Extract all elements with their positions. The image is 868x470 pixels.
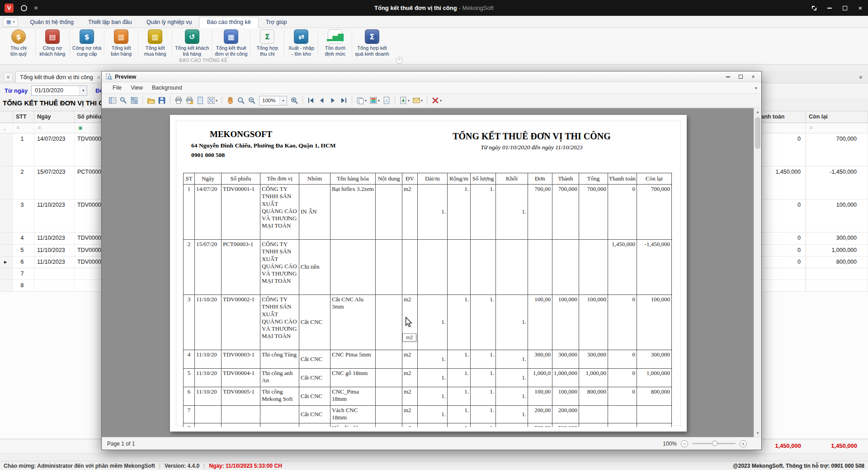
grid-row-right[interactable] [751,280,868,292]
app-logo-icon[interactable]: V [5,4,14,13]
grid-header-stt[interactable]: STT [13,111,34,123]
print-icon[interactable] [173,95,184,106]
fullscreen-button[interactable] [807,0,822,16]
close-preview-icon[interactable]: ▾ [430,95,443,106]
scale-dropdown-icon[interactable]: ▾ [216,99,217,103]
magnifier-icon[interactable] [236,95,246,106]
zoom-out-icon[interactable] [246,95,257,106]
watermark-icon[interactable]: A [381,95,392,106]
minimize-button[interactable] [822,0,837,16]
scrollbar-thumb[interactable] [755,117,760,149]
multiple-pages-icon[interactable]: ▾ [355,95,368,106]
report-cell-noidung [376,387,402,405]
zoom-slider[interactable] [692,443,736,444]
report-column-header: Thành [552,173,579,184]
page-setup-icon[interactable] [195,95,206,106]
preview-minimize-button[interactable] [723,73,732,81]
first-page-icon[interactable] [306,95,316,106]
zoom-in-button[interactable]: + [740,440,747,447]
find-icon[interactable] [118,95,129,106]
hand-tool-icon[interactable] [225,95,236,106]
maximize-button[interactable] [837,0,853,16]
open-icon[interactable] [146,95,156,106]
tong-ket-mua-hang-button[interactable]: ▥Tổng kết mua hàng [138,28,172,57]
zoom-combo-arrow-icon[interactable]: ▾ [279,96,287,105]
tong-ket-ban-hang-button[interactable]: ▥Tổng kết bán hàng [104,28,138,57]
zoom-slider-thumb[interactable] [712,441,717,446]
export-document-icon[interactable]: ▾ [398,95,411,106]
app-menu-button[interactable]: ▦▾ [3,17,18,27]
preview-maximize-button[interactable] [736,73,745,81]
ribbon-tab-quan-tri-he-thong[interactable]: Quản trị hệ thống [23,17,81,28]
multiple-pages-dropdown-icon[interactable]: ▾ [365,99,367,103]
close-button[interactable]: × [853,0,868,16]
grid-autofilter-row-right[interactable]: = = [751,123,868,133]
preview-document-area[interactable]: MEKONGSOFT 64 Nguyễn Đình Chiểu, Phường … [102,108,761,437]
quick-access-customize-icon[interactable]: ≡ [34,5,38,11]
grid-filter-stt[interactable]: = [13,123,34,133]
thu-chi-ton-quy-button[interactable]: $Thu chi tồn quỹ [2,28,35,57]
menu-background[interactable]: Background [147,83,187,92]
page-color-icon[interactable]: ▾ [368,95,381,106]
export-document-dropdown-icon[interactable]: ▾ [408,99,410,103]
preview-vertical-scrollbar[interactable]: ▲ ▼ [754,108,761,437]
ton-duoi-dinh-muc-button[interactable]: ▂▅▇Tồn dưới định mức [318,28,352,57]
grid-filter-conlai[interactable]: = [806,123,868,133]
zoom-out-button[interactable]: − [681,440,688,447]
zoom-level-combo[interactable]: 100%▾ [259,96,287,105]
document-tab-close-icon[interactable]: × [97,75,100,80]
preview-titlebar[interactable]: Preview × [102,71,761,82]
grid-header-conlai[interactable]: Còn lại [806,111,868,123]
scale-icon[interactable]: ▾ [206,95,219,106]
document-map-icon[interactable] [107,95,118,106]
send-email-dropdown-icon[interactable]: ▾ [421,99,423,103]
grid-row-right[interactable]: 01,000,000 [751,245,868,256]
ribbon-tab-bao-cao-thong-ke[interactable]: Báo cáo thống kê [199,17,258,28]
grid-row-right[interactable]: 0300,000 [751,233,868,245]
grid-row-right[interactable]: 0700,000 [751,133,868,166]
send-email-icon[interactable]: ▾ [411,95,424,106]
tong-hop-ket-qua-kinh-doanh-button[interactable]: ΣTổng hợp kết quả kinh doanh [352,28,392,57]
grid-header-ngay[interactable]: Ngày [34,111,75,123]
report-cell-hang: CNC Pima 5mm [330,350,376,368]
scroll-down-icon[interactable]: ▼ [754,429,761,437]
tong-hop-thu-chi-button[interactable]: ΣTổng hợp thu chi [250,28,284,57]
ribbon-tab-quan-ly-nghiep-vu[interactable]: Quản lý nghiệp vụ [139,17,199,28]
page-color-dropdown-icon[interactable]: ▾ [378,99,380,103]
zoom-in-icon[interactable] [289,95,300,106]
save-icon[interactable] [156,95,167,106]
document-tab[interactable]: Tổng kết thuê đơn vị thi công × [15,71,104,83]
grid-row-right[interactable] [751,268,868,280]
ribbon-tab-thiet-lap-ban-dau[interactable]: Thiết lập ban đầu [81,17,139,28]
ribbon-collapse-icon[interactable]: ^ [396,57,403,64]
prev-page-icon[interactable] [316,95,327,106]
next-page-icon[interactable] [327,95,338,106]
grid-row-right[interactable]: 0100,000 [751,199,868,233]
close-preview-dropdown-icon[interactable]: ▾ [440,99,442,103]
xuat-nhap-ton-kho-button[interactable]: ⇄Xuất - nhập - tồn kho [284,28,318,57]
tong-ket-khach-tra-hang-button[interactable]: ↺Tổng kết khách trả hàng [172,28,212,57]
thumbnails-icon[interactable] [129,95,140,106]
grid-row-right[interactable]: 0800,000 [751,256,868,268]
last-page-icon[interactable] [338,95,349,106]
menu-file[interactable]: File [108,83,126,92]
report-cell-noidung [376,295,402,350]
cong-no-khach-hang-button[interactable]: ▤Công nợ khách hàng [36,28,69,57]
quick-access-circle-icon[interactable] [21,5,27,11]
grid-filter-ngay[interactable]: = [34,123,75,133]
menu-view[interactable]: View [126,83,147,92]
preview-menu-overflow-icon[interactable]: ▾ [755,85,757,90]
scroll-up-icon[interactable]: ▲ [754,108,761,116]
cong-no-nha-cung-cap-button[interactable]: $Công nợ nhà cung cấp [70,28,104,57]
quick-print-icon[interactable] [184,95,195,106]
tong-ket-thue-don-vi-thi-cong-button[interactable]: ▦Tổng kết thuê đơn vị thi công [212,28,250,57]
ribbon-tab-tro-giup[interactable]: Trợ giúp [259,17,294,28]
grid-row-right[interactable]: 1,450,000-1,450,000 [751,166,868,199]
panel-close-icon[interactable]: × [859,74,863,81]
from-date-input[interactable]: 01/10/2020 ▾ [31,85,87,96]
preview-close-button[interactable]: × [749,73,758,81]
close-document-icon[interactable]: × [4,72,13,81]
from-date-dropdown-icon[interactable]: ▾ [79,86,87,95]
grid-cell-stt: 5 [13,245,34,256]
ribbon-button-label: Tổng hợp thu chi [257,45,278,57]
